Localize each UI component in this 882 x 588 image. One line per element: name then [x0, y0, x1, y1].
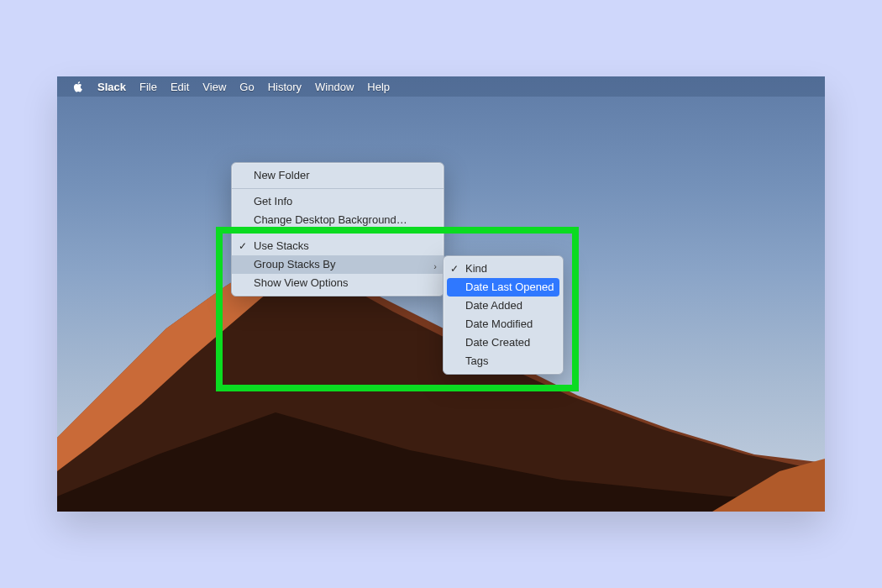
submenu-date-last-opened[interactable]: Date Last Opened — [447, 278, 559, 297]
menu-item-label: Show View Options — [254, 276, 349, 289]
menubar-go[interactable]: Go — [239, 81, 254, 93]
group-stacks-by-submenu: ✓ Kind Date Last Opened Date Added Date … — [443, 255, 564, 375]
menu-get-info[interactable]: Get Info — [232, 192, 444, 211]
check-icon: ✓ — [239, 239, 247, 253]
menubar-view[interactable]: View — [202, 81, 226, 93]
apple-icon[interactable] — [72, 81, 84, 92]
menu-item-label: Kind — [465, 262, 487, 275]
check-icon: ✓ — [450, 262, 459, 276]
menubar-help[interactable]: Help — [367, 81, 390, 93]
menubar-window[interactable]: Window — [315, 81, 354, 93]
menu-new-folder[interactable]: New Folder — [232, 166, 444, 185]
submenu-tags[interactable]: Tags — [444, 352, 563, 370]
menu-item-label: Date Last Opened — [465, 281, 554, 293]
menubar-app-name[interactable]: Slack — [97, 81, 126, 93]
submenu-date-added[interactable]: Date Added — [444, 297, 563, 315]
menu-item-label: Group Stacks By — [254, 258, 336, 270]
submenu-date-created[interactable]: Date Created — [444, 333, 563, 352]
menubar-history[interactable]: History — [268, 81, 302, 93]
menu-change-desktop-background[interactable]: Change Desktop Background… — [232, 211, 444, 229]
submenu-date-modified[interactable]: Date Modified — [444, 315, 563, 333]
menu-item-label: Tags — [465, 354, 488, 367]
menubar-file[interactable]: File — [139, 81, 157, 93]
menu-item-label: New Folder — [254, 169, 309, 181]
menubar: Slack File Edit View Go History Window H… — [57, 76, 825, 97]
menu-item-label: Date Modified — [465, 318, 533, 330]
chevron-right-icon: › — [433, 260, 437, 273]
menu-item-label: Use Stacks — [254, 239, 309, 252]
menu-item-label: Change Desktop Background… — [254, 213, 407, 226]
desktop-context-menu: New Folder Get Info Change Desktop Backg… — [231, 162, 444, 297]
desktop-screenshot: Slack File Edit View Go History Window H… — [57, 76, 825, 512]
menu-use-stacks[interactable]: ✓ Use Stacks — [232, 237, 444, 255]
menu-item-label: Date Created — [465, 336, 530, 349]
submenu-kind[interactable]: ✓ Kind — [444, 260, 563, 278]
menu-item-label: Date Added — [465, 299, 522, 312]
menu-item-label: Get Info — [254, 195, 292, 207]
menubar-edit[interactable]: Edit — [171, 81, 189, 93]
menu-group-stacks-by[interactable]: Group Stacks By › — [232, 255, 444, 274]
menu-show-view-options[interactable]: Show View Options — [232, 274, 444, 292]
menu-separator — [232, 188, 444, 189]
menu-separator — [232, 233, 444, 234]
